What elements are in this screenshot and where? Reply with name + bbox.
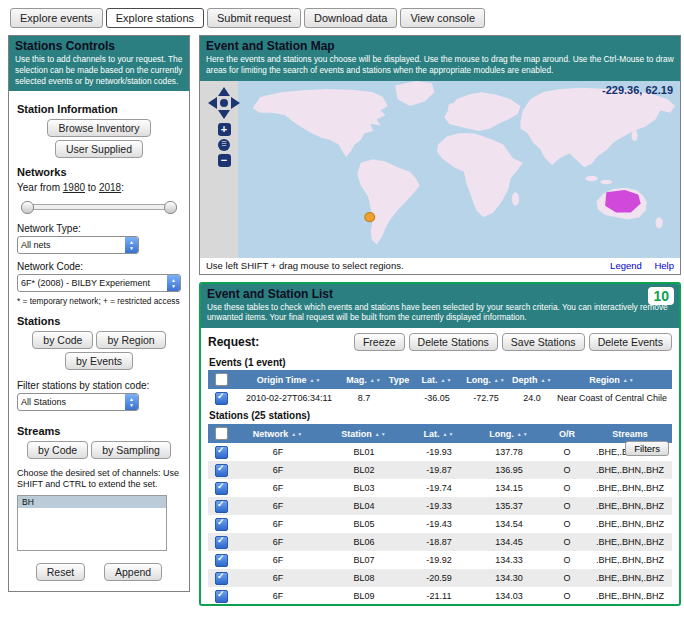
help-link[interactable]: Help: [654, 260, 674, 271]
legend-link[interactable]: Legend: [610, 260, 642, 271]
events-column-header-origin-time[interactable]: Origin Time▲▼: [234, 370, 344, 389]
stations-table-row: 6FBL07-19.92134.33O.BHE,.BHN,.BHZ: [208, 551, 672, 569]
browse-inventory-button[interactable]: Browse Inventory: [47, 119, 150, 137]
zoom-slider-knob[interactable]: ☰: [218, 139, 230, 151]
request-row: Request: FreezeDelete StationsSave Stati…: [201, 328, 679, 354]
sort-arrows-icon[interactable]: ▲▼: [309, 377, 321, 383]
world-map[interactable]: + ☰ − -229.36, 62.19: [200, 81, 680, 258]
stations-button-by-region[interactable]: by Region: [96, 331, 165, 349]
row-checkbox[interactable]: [215, 500, 228, 513]
event-marker[interactable]: [365, 212, 375, 221]
network-note: * = temporary network; + = restricted ac…: [17, 296, 181, 306]
zoom-out-button[interactable]: −: [218, 154, 231, 167]
row-checkbox[interactable]: [215, 482, 228, 495]
append-button[interactable]: Append: [104, 563, 162, 581]
events-column-header-depth[interactable]: Depth▲▼: [512, 370, 552, 389]
network-type-select[interactable]: All nets ▲▼: [17, 236, 139, 254]
networks-heading: Networks: [17, 166, 181, 178]
year-range-slider[interactable]: [21, 204, 177, 210]
tab-download-data[interactable]: Download data: [304, 8, 397, 28]
column-label: Lat.: [424, 429, 440, 439]
zoom-in-button[interactable]: +: [218, 123, 231, 136]
column-label: Origin Time: [257, 375, 307, 385]
tab-explore-stations[interactable]: Explore stations: [106, 8, 204, 28]
sort-arrows-icon[interactable]: ▲▼: [441, 377, 453, 383]
station-filter-select[interactable]: All Stations ▲▼: [17, 393, 139, 411]
panel-title: Event and Station Map: [206, 39, 674, 53]
select-all-checkbox[interactable]: [215, 373, 228, 386]
action-button-delete-stations[interactable]: Delete Stations: [409, 333, 498, 351]
stations-column-header-lat[interactable]: Lat.▲▼: [406, 424, 472, 443]
year-prefix: Year from: [17, 182, 60, 193]
action-button-save-stations[interactable]: Save Stations: [502, 333, 585, 351]
page: Explore eventsExplore stationsSubmit req…: [0, 0, 684, 622]
channel-listbox[interactable]: BH: [17, 495, 167, 551]
island-britain: [448, 103, 455, 113]
sort-arrows-icon[interactable]: ▲▼: [291, 431, 303, 437]
column-label: Region: [589, 375, 620, 385]
reset-button[interactable]: Reset: [36, 563, 85, 581]
cursor-coordinates: -229.36, 62.19: [602, 84, 673, 96]
row-checkbox[interactable]: [215, 464, 228, 477]
sort-arrows-icon[interactable]: ▲▼: [494, 377, 506, 383]
stations-column-header-long[interactable]: Long.▲▼: [472, 424, 546, 443]
action-button-delete-events[interactable]: Delete Events: [589, 333, 672, 351]
select-arrows-icon: ▲▼: [167, 275, 180, 291]
tab-submit-request[interactable]: Submit request: [207, 8, 301, 28]
row-checkbox[interactable]: [215, 518, 228, 531]
stations-table-row: 6FBL02-19.87136.95O.BHE,.BHN,.BHZ: [208, 461, 672, 479]
sort-arrows-icon[interactable]: ▲▼: [623, 377, 635, 383]
column-label: Streams: [612, 429, 648, 439]
row-checkbox[interactable]: [215, 536, 228, 549]
year-from-link[interactable]: 1980: [63, 182, 85, 193]
events-table-row: 2010-02-27T06:34:118.7-36.05-72.7524.0Ne…: [208, 389, 672, 407]
column-label: Depth: [512, 375, 538, 385]
events-column-header-lat[interactable]: Lat.▲▼: [414, 370, 460, 389]
sort-arrows-icon[interactable]: ▲▼: [443, 431, 455, 437]
channel-option[interactable]: BH: [18, 496, 166, 508]
stations-button-by-events[interactable]: by Events: [65, 352, 133, 370]
tab-view-console[interactable]: View console: [400, 8, 485, 28]
row-checkbox[interactable]: [215, 590, 228, 603]
events-column-header-mag[interactable]: Mag.▲▼: [344, 370, 384, 389]
stations-button-by-code[interactable]: by Code: [32, 331, 93, 349]
sort-arrows-icon[interactable]: ▲▼: [370, 377, 382, 383]
streams-button-by-sampling[interactable]: by Sampling: [91, 441, 171, 459]
column-label: Network: [253, 429, 289, 439]
slider-handle-right[interactable]: [164, 201, 177, 214]
events-column-header-long[interactable]: Long.▲▼: [460, 370, 512, 389]
filters-button[interactable]: Filters: [625, 441, 669, 456]
row-checkbox[interactable]: [215, 446, 228, 459]
select-all-checkbox[interactable]: [215, 427, 228, 440]
slider-handle-left[interactable]: [21, 201, 34, 214]
stations-table: Network▲▼Station▲▼Lat.▲▼Long.▲▼O/RStream…: [208, 424, 672, 605]
select-arrows-icon: ▲▼: [125, 237, 138, 253]
row-checkbox[interactable]: [215, 554, 228, 567]
column-label: Long.: [466, 375, 491, 385]
row-checkbox[interactable]: [215, 392, 228, 405]
action-button-freeze[interactable]: Freeze: [354, 333, 405, 351]
world-map-svg[interactable]: [238, 81, 680, 258]
map-footer: Use left SHIFT + drag mouse to select re…: [200, 258, 680, 274]
row-checkbox[interactable]: [215, 572, 228, 585]
user-supplied-button[interactable]: User Supplied: [55, 140, 143, 158]
panel-description: Here the events and stations you choose …: [206, 54, 674, 76]
tab-explore-events[interactable]: Explore events: [10, 8, 103, 28]
stations-column-header-station[interactable]: Station▲▼: [322, 424, 406, 443]
stations-table-wrap: Filters Network▲▼Station▲▼Lat.▲▼Long.▲▼O…: [201, 424, 679, 605]
stations-table-row: 6FBL06-18.87134.45O.BHE,.BHN,.BHZ: [208, 533, 672, 551]
sort-arrows-icon[interactable]: ▲▼: [375, 431, 387, 437]
pan-compass-control[interactable]: [207, 86, 241, 120]
stations-column-header-network[interactable]: Network▲▼: [234, 424, 322, 443]
stations-controls-body: Station Information Browse Inventory Use…: [9, 91, 189, 591]
streams-button-by-code[interactable]: by Code: [27, 441, 88, 459]
event-station-list-panel: 10 Event and Station List Use these tabl…: [199, 282, 681, 606]
network-type-label: Network Type:: [17, 223, 181, 234]
island-indonesia: [600, 179, 612, 184]
filter-stations-label: Filter stations by station code:: [17, 380, 181, 391]
sort-arrows-icon[interactable]: ▲▼: [517, 431, 529, 437]
sort-arrows-icon[interactable]: ▲▼: [541, 377, 553, 383]
year-to-link[interactable]: 2018: [99, 182, 121, 193]
events-column-header-region[interactable]: Region▲▼: [552, 370, 672, 389]
network-code-select[interactable]: 6F* (2008) - BILBY Experiement ▲▼: [17, 274, 181, 292]
